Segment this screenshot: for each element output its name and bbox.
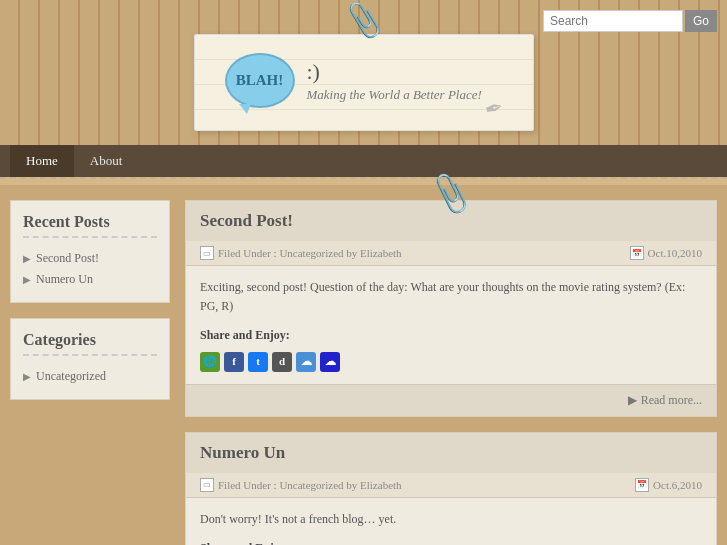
post-body-2: Don't worry! It's not a french blog… yet… bbox=[186, 498, 716, 545]
post-date-2: 📅 Oct.6,2010 bbox=[635, 478, 702, 492]
read-more-arrow-1: ▶ bbox=[628, 393, 637, 408]
header: 📎 BLAH! :) Making the World a Better Pla… bbox=[0, 0, 727, 145]
date-icon-2: 📅 bbox=[635, 478, 649, 492]
calendar-icon-2: ▭ bbox=[200, 478, 214, 492]
tagline: Making the World a Better Place! bbox=[307, 87, 482, 103]
header-text-area: :) Making the World a Better Place! bbox=[307, 59, 482, 103]
sidebar: Recent Posts ▶ Second Post! ▶ Numero Un … bbox=[10, 200, 185, 545]
recent-posts-section: Recent Posts ▶ Second Post! ▶ Numero Un bbox=[10, 200, 170, 303]
categories-title: Categories bbox=[23, 331, 157, 356]
share-enjoy-label-2: Share and Enjoy: bbox=[200, 539, 702, 545]
post-footer-1: ▶ Read more... bbox=[186, 384, 716, 416]
blah-bubble: BLAH! bbox=[225, 53, 295, 108]
categories-section: Categories ▶ Uncategorized bbox=[10, 318, 170, 400]
sidebar-item-numero-un[interactable]: ▶ Numero Un bbox=[23, 269, 157, 290]
arrow-icon: ▶ bbox=[23, 371, 31, 382]
calendar-icon-1: ▭ bbox=[200, 246, 214, 260]
header-note-card: BLAH! :) Making the World a Better Place… bbox=[194, 34, 534, 131]
arrow-icon: ▶ bbox=[23, 274, 31, 285]
paperclip-top-icon: 📎 bbox=[342, 0, 385, 40]
search-button[interactable]: Go bbox=[685, 10, 717, 32]
share-icon-facebook-1[interactable]: f bbox=[224, 352, 244, 372]
share-icon-twitter-1[interactable]: t bbox=[248, 352, 268, 372]
date-icon-1: 📅 bbox=[630, 246, 644, 260]
share-icon-stumble-1[interactable]: ☁ bbox=[320, 352, 340, 372]
sidebar-link-second-post: Second Post! bbox=[36, 251, 99, 266]
main-layout: Recent Posts ▶ Second Post! ▶ Numero Un … bbox=[0, 185, 727, 545]
post-filed-1: ▭ Filed Under : Uncategorized by Elizabe… bbox=[200, 246, 402, 260]
search-input[interactable] bbox=[543, 10, 683, 32]
share-icon-linkedin-1[interactable]: ☁ bbox=[296, 352, 316, 372]
post-date-1: 📅 Oct.10,2010 bbox=[630, 246, 702, 260]
blah-text: BLAH! bbox=[236, 72, 284, 89]
nav-about[interactable]: About bbox=[74, 145, 139, 177]
smiley-face: :) bbox=[307, 59, 482, 85]
recent-posts-title: Recent Posts bbox=[23, 213, 157, 238]
sidebar-item-second-post[interactable]: ▶ Second Post! bbox=[23, 248, 157, 269]
sidebar-item-uncategorized[interactable]: ▶ Uncategorized bbox=[23, 366, 157, 387]
post-body-1: Exciting, second post! Question of the d… bbox=[186, 266, 716, 384]
post-title-1: Second Post! bbox=[200, 211, 293, 231]
nav-home[interactable]: Home bbox=[10, 145, 74, 177]
post-meta-2: ▭ Filed Under : Uncategorized by Elizabe… bbox=[186, 473, 716, 498]
sidebar-link-numero-un: Numero Un bbox=[36, 272, 93, 287]
share-icons-1: 🌐 f t d ☁ ☁ bbox=[200, 352, 702, 372]
dashed-divider bbox=[0, 177, 727, 185]
content-area: 📎 Second Post! ▭ Filed Under : Uncategor… bbox=[185, 200, 717, 545]
share-enjoy-label-1: Share and Enjoy: bbox=[200, 326, 702, 345]
post-title-2: Numero Un bbox=[200, 443, 285, 463]
logo-area: BLAH! :) Making the World a Better Place… bbox=[225, 53, 503, 108]
post-numero-un: Numero Un ▭ Filed Under : Uncategorized … bbox=[185, 432, 717, 545]
post-filed-2: ▭ Filed Under : Uncategorized by Elizabe… bbox=[200, 478, 402, 492]
sidebar-link-uncategorized: Uncategorized bbox=[36, 369, 106, 384]
post-second-post: Second Post! ▭ Filed Under : Uncategoriz… bbox=[185, 200, 717, 417]
share-icon-digg-1[interactable]: d bbox=[272, 352, 292, 372]
post-meta-1: ▭ Filed Under : Uncategorized by Elizabe… bbox=[186, 241, 716, 266]
search-bar: Go bbox=[543, 10, 717, 32]
post-header-2: Numero Un bbox=[186, 433, 716, 473]
share-icon-earth-1[interactable]: 🌐 bbox=[200, 352, 220, 372]
navigation: Home About bbox=[0, 145, 727, 177]
read-more-1[interactable]: ▶ Read more... bbox=[628, 393, 702, 408]
arrow-icon: ▶ bbox=[23, 253, 31, 264]
